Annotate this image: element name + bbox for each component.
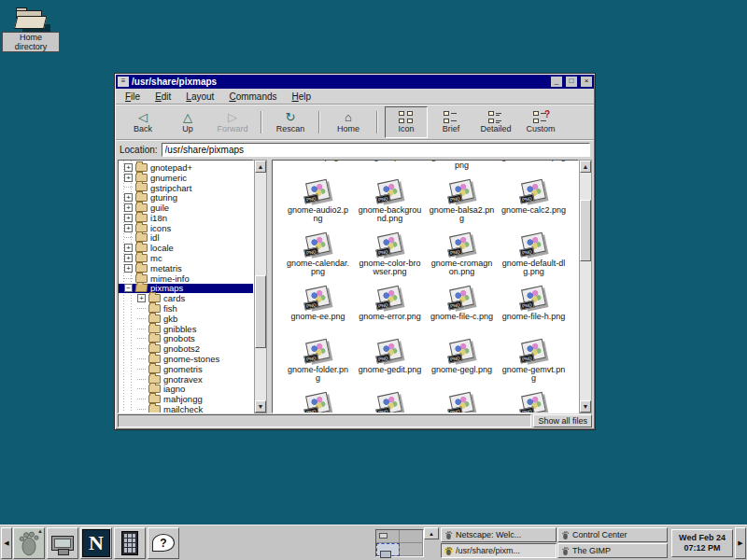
file-item[interactable]: PNGemacs.png <box>282 160 354 177</box>
task-button-control-center[interactable]: Control Center <box>557 527 668 542</box>
file-item[interactable]: PNGgnome-gedit.png <box>354 338 426 390</box>
file-item[interactable]: PNGgnome-gemvt.png <box>498 338 570 390</box>
tree-item-fish[interactable]: fish <box>119 303 253 314</box>
file-item[interactable]: PNGgnome-cromagnon.png <box>426 231 498 284</box>
file-item[interactable]: PNGgnome-error.png <box>354 285 426 337</box>
workspace-3-active[interactable] <box>376 543 400 556</box>
workspace-4[interactable] <box>400 543 423 556</box>
tasklist-popup-button[interactable]: ▲ <box>424 527 439 539</box>
tree-item-iagno[interactable]: iagno <box>119 385 253 395</box>
menu-layout[interactable]: Layout <box>186 91 214 102</box>
rescan-button[interactable]: ↻ Rescan <box>269 106 312 138</box>
tree-item-gkb[interactable]: gkb <box>119 314 253 324</box>
tree-scrollbar-thumb[interactable] <box>255 275 266 348</box>
tree-scrollbar[interactable]: ▲ ▼ <box>254 160 267 413</box>
terminal-launcher[interactable] <box>47 527 78 559</box>
file-item[interactable]: PNGgnome-file-h.png <box>498 285 570 337</box>
scroll-up-icon[interactable]: ▲ <box>255 161 266 173</box>
tree-item-gnobots2[interactable]: gnobots2 <box>119 343 253 354</box>
tree-expander-icon[interactable]: + <box>124 214 133 222</box>
tree-item-pixmaps[interactable]: −pixmaps <box>119 284 253 294</box>
tree-item-gnibbles[interactable]: gnibbles <box>119 324 253 334</box>
file-item[interactable]: PNGgnome-abientot.png <box>426 160 498 177</box>
tree-item-mahjongg[interactable]: mahjongg <box>119 394 253 404</box>
tree-item-gnotravex[interactable]: gnotravex <box>119 374 253 385</box>
titlebar[interactable]: ≡ /usr/share/pixmaps _ □ × <box>116 75 594 89</box>
tree-expander-icon[interactable]: + <box>124 203 133 212</box>
file-item[interactable]: PNGgnome-aorta.png <box>498 160 570 177</box>
tree-expander-icon[interactable]: − <box>124 284 133 292</box>
show-all-files-button[interactable]: Show all files <box>533 414 592 427</box>
scroll-up-icon[interactable]: ▲ <box>580 161 591 173</box>
panel-hide-right-button[interactable]: ▶ <box>735 527 746 559</box>
back-button[interactable]: ◁ Back <box>121 106 164 138</box>
window-menu-icon[interactable]: ≡ <box>118 77 129 87</box>
tree-item-mailcheck[interactable]: mailcheck <box>119 404 253 413</box>
file-item[interactable]: PNGgkb.xpm <box>354 160 426 177</box>
files-scrollbar-thumb[interactable] <box>580 200 591 261</box>
maximize-button[interactable]: □ <box>566 77 577 87</box>
tree-expander-icon[interactable]: + <box>137 294 146 302</box>
file-item[interactable]: PNG <box>426 391 498 413</box>
tree-expander-icon[interactable]: + <box>124 174 133 182</box>
scroll-down-icon[interactable]: ▼ <box>580 400 591 413</box>
task-button--usr-share-pixm-[interactable]: /usr/share/pixm... <box>441 543 557 558</box>
location-input[interactable] <box>162 143 590 157</box>
tree-expander-icon[interactable]: + <box>124 264 133 273</box>
custom-view-button[interactable]: ? Custom <box>519 106 562 138</box>
panel-hide-left-button[interactable]: ◀ <box>1 527 12 559</box>
tree-expander-icon[interactable]: + <box>124 224 133 232</box>
home-directory-desktop-icon[interactable]: Home directory <box>2 4 60 53</box>
tree-expander-icon[interactable]: + <box>124 244 133 252</box>
tree-item-gnometris[interactable]: gnometris <box>119 364 253 374</box>
workspace-1[interactable] <box>376 530 400 543</box>
file-item[interactable]: PNG <box>498 391 570 413</box>
files-scrollbar[interactable]: ▲ ▼ <box>579 160 592 413</box>
tree-expander-icon[interactable]: + <box>124 193 133 202</box>
file-item[interactable]: PNGgnome-color-browser.png <box>354 231 426 284</box>
detailed-view-button[interactable]: Detailed <box>474 106 517 138</box>
minimize-button[interactable]: _ <box>551 77 562 87</box>
file-item[interactable]: PNGgnome-audio2.png <box>282 178 354 231</box>
close-button[interactable]: × <box>581 77 592 87</box>
file-item[interactable]: PNGgnome-file-c.png <box>426 285 498 337</box>
tree-item-cards[interactable]: +cards <box>119 293 253 303</box>
tree-item-gnome-stones[interactable]: gnome-stones <box>119 354 253 364</box>
tree-item-label: cards <box>163 293 185 303</box>
netscape-launcher[interactable]: N <box>80 527 112 559</box>
file-item[interactable]: PNGgnome-default-dlg.png <box>498 231 570 284</box>
menu-help[interactable]: Help <box>292 91 312 102</box>
tree-line <box>137 338 146 339</box>
forward-icon: ▷ <box>228 111 237 123</box>
help-launcher[interactable]: ? <box>148 527 179 559</box>
file-item[interactable]: PNGgnome-folder.png <box>282 338 354 390</box>
workspace-2[interactable] <box>400 530 423 543</box>
tree-item-gnobots[interactable]: gnobots <box>119 334 253 344</box>
forward-button[interactable]: ▷ Forward <box>211 106 254 138</box>
file-item[interactable]: PNGgnome-calc2.png <box>498 178 570 231</box>
file-item[interactable]: PNGgnome-balsa2.png <box>426 178 498 231</box>
workspace-pager[interactable] <box>375 529 424 557</box>
menu-file[interactable]: File <box>125 91 140 102</box>
task-button-the-gimp[interactable]: The GIMP <box>557 543 668 558</box>
tree-expander-icon[interactable]: + <box>124 163 133 172</box>
calculator-launcher[interactable] <box>114 527 146 559</box>
menu-edit[interactable]: Edit <box>155 91 171 102</box>
file-item[interactable]: PNG <box>282 391 354 413</box>
menu-commands[interactable]: Commands <box>229 91 276 102</box>
tree-expander-icon[interactable]: + <box>124 254 133 262</box>
brief-view-button[interactable]: Brief <box>430 106 472 138</box>
icon-view-button[interactable]: Icon <box>385 106 428 138</box>
file-item[interactable]: PNGgnome-ee.png <box>282 285 354 337</box>
scroll-down-icon[interactable]: ▼ <box>255 400 266 413</box>
up-button[interactable]: △ Up <box>166 106 209 138</box>
file-item[interactable]: PNGgnome-background.png <box>354 178 426 231</box>
folder-icon <box>135 193 148 202</box>
file-item[interactable]: PNGgnome-gegl.png <box>426 338 498 390</box>
task-button-netscape-welc-[interactable]: Netscape: Welc... <box>441 527 557 542</box>
file-item[interactable]: PNGgnome-calendar.png <box>282 231 354 284</box>
main-menu-button[interactable]: ▲ <box>13 527 45 559</box>
home-button[interactable]: ⌂ Home <box>327 106 370 138</box>
clock[interactable]: Wed Feb 24 07:12 PM <box>671 529 733 557</box>
file-item[interactable]: PNG <box>354 391 426 413</box>
